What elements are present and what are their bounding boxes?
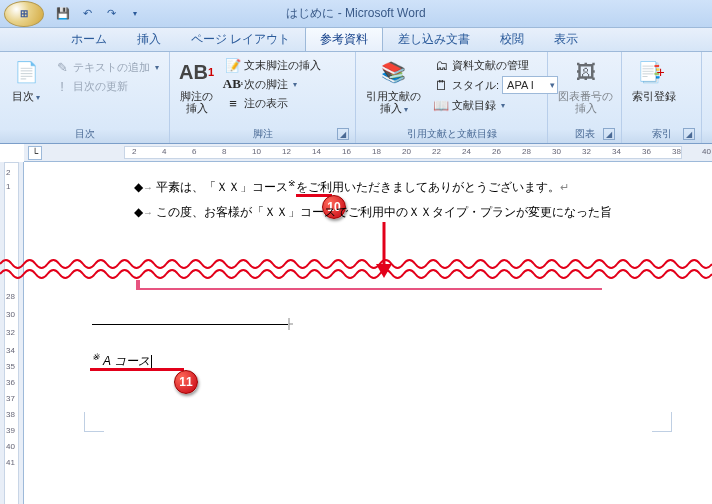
ruler-tick: 8 <box>222 147 226 156</box>
ruler-tick: 40 <box>702 147 711 156</box>
tab-page-layout[interactable]: ページ レイアウト <box>176 26 305 51</box>
add-text-button[interactable]: ✎テキストの追加▾ <box>52 58 161 76</box>
show-notes-button[interactable]: ≡注の表示 <box>223 94 323 112</box>
ruler-tick: 22 <box>432 147 441 156</box>
save-icon[interactable]: 💾 <box>54 5 72 23</box>
group-citations: 📚 引用文献の 挿入▾ 🗂資料文献の管理 🗒スタイル: APA I 📖文献目録▾… <box>356 52 548 143</box>
vertical-ruler[interactable]: 212830323435363738394041 <box>0 162 24 504</box>
index-dialog-launcher[interactable]: ◢ <box>683 128 695 140</box>
work-area: 212830323435363738394041 ◆→ 平素は、「ＸＸ」コース※… <box>0 162 712 504</box>
tab-references[interactable]: 参考資料 <box>305 26 383 51</box>
toc-icon: 📄 <box>10 56 42 88</box>
ruler-tick: 30 <box>552 147 561 156</box>
group-label-toc: 目次 <box>4 127 165 143</box>
page-corner-bl <box>84 412 104 432</box>
style-icon: 🗒 <box>433 77 449 93</box>
qat-customize-icon[interactable]: ▾ <box>126 5 144 23</box>
ruler-tick: 26 <box>492 147 501 156</box>
manage-sources-button[interactable]: 🗂資料文献の管理 <box>431 56 560 74</box>
quick-access-toolbar: 💾 ↶ ↷ ▾ <box>54 5 144 23</box>
next-footnote-icon: AB¹ <box>225 76 241 92</box>
ribbon-tabs: ホーム 挿入 ページ レイアウト 参考資料 差し込み文書 校閲 表示 <box>0 28 712 52</box>
tab-view[interactable]: 表示 <box>539 26 593 51</box>
ruler-tick: 14 <box>312 147 321 156</box>
group-footnotes: AB1 脚注の 挿入 📝文末脚注の挿入 AB¹次の脚注▾ ≡注の表示 脚注◢ <box>170 52 356 143</box>
insert-endnote-button[interactable]: 📝文末脚注の挿入 <box>223 56 323 74</box>
insert-caption-button[interactable]: 🖼 図表番号の 挿入 <box>552 54 619 116</box>
toc-button[interactable]: 📄 目次▾ <box>4 54 48 105</box>
page-corner-br <box>652 412 672 432</box>
ruler-tick: 16 <box>342 147 351 156</box>
ribbon: 📄 目次▾ ✎テキストの追加▾ !目次の更新 目次 AB1 脚注の 挿入 📝文末… <box>0 52 712 144</box>
ruler-tick: 20 <box>402 147 411 156</box>
group-label-citations: 引用文献と文献目録 <box>360 127 543 143</box>
ruler-tick: 30 <box>6 310 15 319</box>
ruler-tick: 36 <box>642 147 651 156</box>
footnote-separator-end-icon <box>288 317 294 331</box>
citation-style-combo[interactable]: APA I <box>502 76 558 94</box>
ruler-tick: 40 <box>6 442 15 451</box>
ruler-tick: 1 <box>6 182 10 191</box>
group-captions: 🖼 図表番号の 挿入 図表◢ <box>548 52 622 143</box>
tab-selector[interactable]: └ <box>28 146 42 160</box>
horizontal-ruler[interactable]: └ 24681012141618202224262830323436384042… <box>24 144 712 162</box>
tab-home[interactable]: ホーム <box>56 26 122 51</box>
ruler-tick: 36 <box>6 378 15 387</box>
footnote-reference-mark[interactable]: ※ <box>288 178 296 188</box>
document-page[interactable]: ◆→ 平素は、「ＸＸ」コース※をご利用いただきましてありがとうございます。↵ 1… <box>24 162 712 504</box>
update-toc-button[interactable]: !目次の更新 <box>52 77 161 95</box>
office-button[interactable]: ⊞ <box>4 1 44 27</box>
ruler-tick: 41 <box>6 458 15 467</box>
ruler-tick: 37 <box>6 394 15 403</box>
ruler-tick: 35 <box>6 362 15 371</box>
insert-citation-button[interactable]: 📚 引用文献の 挿入▾ <box>360 54 427 117</box>
ruler-tick: 32 <box>6 328 15 337</box>
undo-icon[interactable]: ↶ <box>78 5 96 23</box>
ruler-tick: 18 <box>372 147 381 156</box>
citation-icon: 📚 <box>378 56 410 88</box>
update-icon: ! <box>54 78 70 94</box>
footnotes-dialog-launcher[interactable]: ◢ <box>337 128 349 140</box>
group-label-footnotes: 脚注 <box>253 128 273 139</box>
tab-mailings[interactable]: 差し込み文書 <box>383 26 485 51</box>
next-footnote-button[interactable]: AB¹次の脚注▾ <box>223 75 323 93</box>
pilcrow-icon: ↵ <box>560 181 569 193</box>
ruler-tick: 4 <box>162 147 166 156</box>
chevron-down-icon: ▾ <box>36 93 40 102</box>
manage-sources-icon: 🗂 <box>433 57 449 73</box>
paragraph-1[interactable]: ◆→ 平素は、「ＸＸ」コース※をご利用いただきましてありがとうございます。↵ <box>134 178 569 196</box>
ruler-tick: 28 <box>522 147 531 156</box>
ruler-tick: 34 <box>612 147 621 156</box>
page-end-line <box>136 288 602 290</box>
group-label-index: 索引 <box>652 128 672 139</box>
toc-label: 目次 <box>12 90 34 102</box>
endnote-icon: 📝 <box>225 57 241 73</box>
index-icon: 📑+ <box>638 56 670 88</box>
bullet-icon: ◆ <box>134 180 143 194</box>
citation-style-row: 🗒スタイル: APA I <box>431 75 560 95</box>
bibliography-button[interactable]: 📖文献目録▾ <box>431 96 560 114</box>
ruler-tick: 6 <box>192 147 196 156</box>
show-notes-icon: ≡ <box>225 95 241 111</box>
captions-dialog-launcher[interactable]: ◢ <box>603 128 615 140</box>
paragraph-2[interactable]: ◆→ この度、お客様が「ＸＸ」コースでご利用中のＸＸタイプ・プランが変更になった… <box>134 204 612 221</box>
ruler-tick: 10 <box>252 147 261 156</box>
ruler-tick: 28 <box>6 292 15 301</box>
add-text-icon: ✎ <box>54 59 70 75</box>
ruler-tick: 32 <box>582 147 591 156</box>
ruler-tick: 2 <box>6 168 10 177</box>
annotation-underline-11 <box>90 368 184 371</box>
tab-review[interactable]: 校閲 <box>485 26 539 51</box>
group-label-captions: 図表 <box>575 128 595 139</box>
tab-insert[interactable]: 挿入 <box>122 26 176 51</box>
footnote-icon: AB1 <box>181 56 213 88</box>
ruler-tick: 39 <box>6 426 15 435</box>
mark-index-entry-button[interactable]: 📑+ 索引登録 <box>626 54 682 104</box>
page-break-tear <box>0 254 712 282</box>
ruler-tick: 34 <box>6 346 15 355</box>
redo-icon[interactable]: ↷ <box>102 5 120 23</box>
ruler-tick: 38 <box>672 147 681 156</box>
title-bar: ⊞ 💾 ↶ ↷ ▾ はじめに - Microsoft Word <box>0 0 712 28</box>
insert-footnote-button[interactable]: AB1 脚注の 挿入 <box>174 54 219 116</box>
footnote-separator <box>92 324 288 325</box>
